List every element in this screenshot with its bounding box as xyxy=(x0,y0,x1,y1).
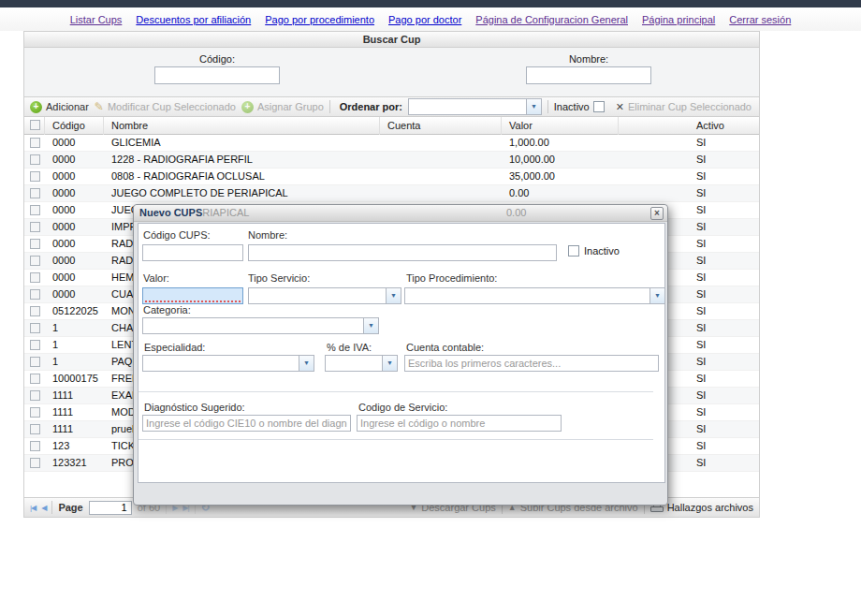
tipo-servicio-select[interactable]: ▼ xyxy=(248,287,401,304)
row-checkbox[interactable] xyxy=(30,306,40,316)
header-valor[interactable]: Valor xyxy=(502,117,619,135)
eliminar-button[interactable]: ✕ Eliminar Cup Seleccionado xyxy=(616,101,752,113)
tipo-procedimiento-label: Tipo Procedimiento: xyxy=(406,272,497,284)
table-row[interactable]: 0000JUEGO COMPLETO DE PERIAPICAL0.00SI xyxy=(24,185,759,202)
row-checkbox[interactable] xyxy=(30,374,40,384)
row-checkbox[interactable] xyxy=(30,171,40,182)
cell-checkbox xyxy=(24,354,45,371)
ordenar-por-select[interactable]: ▼ xyxy=(408,98,542,115)
cell-checkbox xyxy=(24,169,45,185)
table-row[interactable]: 0000GLICEMIA1,000.00SI xyxy=(24,135,759,152)
cell-checkbox xyxy=(24,270,45,286)
cell-activo: SI xyxy=(689,421,760,438)
cell-cuenta xyxy=(380,169,502,185)
row-checkbox[interactable] xyxy=(30,188,40,198)
row-checkbox[interactable] xyxy=(30,272,40,283)
dropdown-arrow-icon[interactable]: ▼ xyxy=(382,356,397,371)
nav-link[interactable]: Página de Configuracion General xyxy=(475,14,628,25)
cell-nombre: 0808 - RADIOGRAFIA OCLUSAL xyxy=(104,169,380,185)
row-checkbox[interactable] xyxy=(30,138,40,148)
row-checkbox[interactable] xyxy=(30,357,40,367)
first-page-icon[interactable]: |◀ xyxy=(30,504,36,512)
dialog-body xyxy=(138,223,665,483)
edit-pencil-icon: ✎ xyxy=(95,100,104,113)
page-input[interactable] xyxy=(89,501,132,515)
inactivo-checkbox[interactable] xyxy=(593,101,605,112)
row-checkbox[interactable] xyxy=(30,407,40,418)
search-panel: Código: Nombre: xyxy=(23,48,760,96)
valor-input[interactable] xyxy=(142,287,243,304)
table-row[interactable]: 00001228 - RADIOGRAFIA PERFIL10,000.00SI xyxy=(24,152,759,169)
nav-link[interactable]: Pago por procedimiento xyxy=(265,14,374,25)
header-checkbox-cell xyxy=(24,117,45,135)
modal-inactivo-checkbox[interactable] xyxy=(568,245,579,257)
dialog-titlebar[interactable]: Nuevo CUPSRIAPICAL 0.00 × xyxy=(134,205,667,222)
row-checkbox[interactable] xyxy=(30,441,40,451)
row-checkbox[interactable] xyxy=(30,205,40,215)
header-cuenta[interactable]: Cuenta xyxy=(380,117,502,135)
header-codigo[interactable]: Código xyxy=(45,117,104,135)
row-checkbox[interactable] xyxy=(30,154,40,165)
table-row[interactable]: 00000808 - RADIOGRAFIA OCLUSAL35,000.00S… xyxy=(24,169,759,185)
dropdown-arrow-icon[interactable]: ▼ xyxy=(363,318,378,333)
cuenta-contable-input[interactable] xyxy=(404,355,659,372)
cell-checkbox xyxy=(24,135,45,152)
dropdown-arrow-icon[interactable]: ▼ xyxy=(526,99,541,114)
row-checkbox[interactable] xyxy=(30,340,40,350)
tipo-procedimiento-select[interactable]: ▼ xyxy=(404,287,665,304)
select-all-checkbox[interactable] xyxy=(30,120,40,130)
cell-activo: SI xyxy=(689,354,760,371)
nav-link[interactable]: Descuentos por afiliación xyxy=(136,14,251,25)
categoria-select[interactable]: ▼ xyxy=(142,317,379,334)
nav-link[interactable]: Página principal xyxy=(642,14,715,25)
top-dark-bar xyxy=(0,0,861,7)
codigo-servicio-input[interactable] xyxy=(357,415,562,432)
dropdown-arrow-icon[interactable]: ▼ xyxy=(299,356,314,371)
grid-toolbar: + Adicionar ✎ Modificar Cup Seleccionado… xyxy=(23,96,760,117)
header-nombre[interactable]: Nombre xyxy=(104,117,380,135)
toolbar-separator xyxy=(547,100,548,113)
nombre-search-input[interactable] xyxy=(526,66,651,84)
codigo-cups-input[interactable] xyxy=(142,244,243,261)
dropdown-arrow-icon[interactable]: ▼ xyxy=(649,288,664,303)
modal-inactivo-label: Inactivo xyxy=(584,245,620,257)
cell-checkbox xyxy=(24,303,45,320)
add-icon: + xyxy=(30,101,42,113)
cell-codigo: 0000 xyxy=(45,169,104,185)
iva-select[interactable]: ▼ xyxy=(325,355,398,372)
modificar-button[interactable]: ✎ Modificar Cup Seleccionado xyxy=(95,100,236,113)
dropdown-arrow-icon[interactable]: ▼ xyxy=(386,288,401,303)
dialog-title: Nuevo CUPS xyxy=(139,207,202,218)
nav-link[interactable]: Pago por doctor xyxy=(388,14,461,25)
adicionar-button[interactable]: + Adicionar xyxy=(30,101,89,113)
tipo-servicio-label: Tipo Servicio: xyxy=(248,272,310,284)
toolbar-separator xyxy=(329,100,330,113)
asignar-grupo-button[interactable]: + Asignar Grupo xyxy=(241,101,324,113)
diagnostico-input[interactable] xyxy=(142,415,351,432)
inactivo-label: Inactivo xyxy=(554,101,590,112)
header-activo[interactable]: Activo xyxy=(689,117,760,135)
close-icon[interactable]: × xyxy=(650,207,664,220)
page-label: Page xyxy=(58,502,82,513)
prev-page-icon[interactable]: ◀ xyxy=(41,504,46,512)
dialog-footer: Guardar Guardar continuar Cancelar xyxy=(134,481,667,505)
modal-nombre-input[interactable] xyxy=(248,244,557,261)
cell-activo: SI xyxy=(689,320,760,337)
cell-nombre: JUEGO COMPLETO DE PERIAPICAL xyxy=(104,185,380,202)
row-checkbox[interactable] xyxy=(30,390,40,401)
cell-checkbox xyxy=(24,421,45,438)
row-checkbox[interactable] xyxy=(30,256,40,266)
row-checkbox[interactable] xyxy=(30,289,40,300)
codigo-search-input[interactable] xyxy=(154,66,280,84)
row-checkbox[interactable] xyxy=(30,239,40,249)
codigo-label: Código: xyxy=(154,53,280,65)
row-checkbox[interactable] xyxy=(30,458,40,468)
nav-link[interactable]: Cerrar sesión xyxy=(729,14,791,25)
especialidad-select[interactable]: ▼ xyxy=(142,355,314,372)
row-checkbox[interactable] xyxy=(30,222,40,232)
cell-cuenta xyxy=(380,135,502,152)
row-checkbox[interactable] xyxy=(30,424,40,434)
nav-link[interactable]: Listar Cups xyxy=(70,14,123,25)
cell-checkbox xyxy=(24,320,45,337)
row-checkbox[interactable] xyxy=(30,323,40,333)
